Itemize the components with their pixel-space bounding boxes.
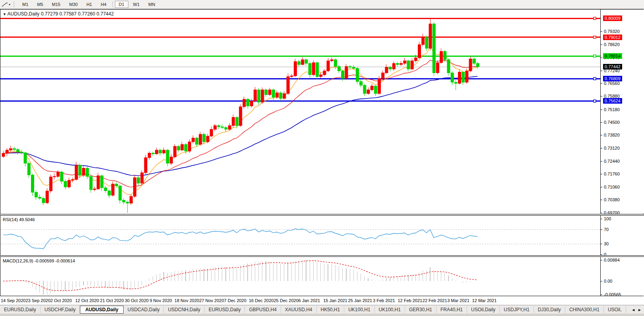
chart-tab-xauusd-h4[interactable]: XAUUSD,H4 [281, 306, 317, 313]
date-label: 14 Sep 2020 [1, 298, 25, 303]
line-studies-icon[interactable] [2, 2, 8, 7]
rsi-tick-label: 70 [604, 227, 609, 232]
macd-tick-mark [601, 281, 602, 281]
rsi-canvas[interactable] [0, 216, 600, 255]
macd-tick-mark [601, 295, 602, 295]
date-label: 2 Oct 2020 [50, 298, 72, 303]
macd-tick-label: 0.00884 [604, 258, 620, 262]
macd-axis: 0.008840.00-0.00565 [600, 257, 644, 296]
price-tick-mark [601, 44, 602, 45]
macd-canvas[interactable] [0, 257, 600, 296]
candlestick-canvas[interactable] [0, 10, 600, 214]
price-tick-label: 0.73820 [604, 133, 620, 137]
price-tick-label: 0.75180 [604, 107, 620, 112]
date-label: 12 Feb 2021 [398, 298, 422, 303]
hline-price-badge: 0.75624 [603, 98, 622, 104]
chevron-down-icon[interactable]: ▾ [9, 3, 10, 6]
date-label: 15 Jan 2021 [323, 298, 347, 303]
chart-tab-uk100-h1[interactable]: UK100,H1 [375, 306, 405, 313]
date-label: 6 Jan 2021 [299, 298, 320, 303]
macd-tick-mark [601, 260, 602, 260]
price-tick-label: 0.71760 [604, 171, 620, 176]
rsi-tick-mark [601, 254, 602, 255]
date-label: 12 Oct 2020 [75, 298, 99, 303]
tab-scroll-controls: ◄► [630, 308, 644, 312]
tab-scroll-left-icon[interactable]: ◄ [630, 308, 636, 312]
macd-panel[interactable] [0, 257, 600, 296]
timeframe-button-d1[interactable]: D1 [115, 1, 128, 8]
current-price-badge: 0.77442 [603, 64, 622, 69]
date-label: 3 Feb 2021 [373, 298, 395, 303]
rsi-label: RSI(14) 49.5046 [3, 217, 35, 222]
price-tick-label: 0.70380 [604, 197, 620, 202]
timeframe-button-w1[interactable]: W1 [129, 1, 144, 8]
tab-scroll-right-icon[interactable]: ► [636, 308, 643, 312]
price-tick-mark [601, 200, 602, 200]
chart-ohlc-values: 0.77279 0.77587 0.77260 0.77442 [41, 11, 114, 17]
date-label: 27 Nov 2020 [199, 298, 224, 303]
chart-tab-bar: EURUSD,DailyUSDCHF,DailyAUDUSD,DailyUSDC… [0, 305, 644, 314]
price-tick-label: 0.71060 [604, 185, 620, 189]
timeframe-button-m30[interactable]: M30 [65, 1, 81, 8]
chart-tab-eurusd-daily[interactable]: EURUSD,Daily [0, 306, 41, 313]
price-tick-mark [601, 161, 602, 162]
chart-tab-gbpusd-h4[interactable]: GBPUSD,H4 [245, 306, 281, 313]
chart-tab-uk100-h1[interactable]: UK100,H1 [344, 306, 374, 313]
date-label: 25 Jan 2021 [348, 298, 372, 303]
rsi-panel[interactable] [0, 216, 600, 255]
rsi-tick-mark [601, 219, 602, 219]
toolbar-drag-handle[interactable] [14, 2, 16, 7]
timeframe-toolbar: ▾ M1M5M15M30H1H4D1W1MN [0, 0, 644, 9]
hline-price-badge: 0.79012 [603, 35, 622, 40]
chart-tab-usdchf-daily[interactable]: USDCHF,Daily [41, 306, 80, 313]
mt4-terminal: ▾ M1M5M15M30H1H4D1W1MN ▼ AUDUSD,Daily 0.… [0, 0, 644, 316]
timeframe-button-mn[interactable]: MN [144, 1, 159, 8]
chart-tab-usoil-[interactable]: USOil, [604, 306, 626, 313]
chart-symbol-label: AUDUSD,Daily [8, 11, 40, 17]
chart-tab-eurusd-daily[interactable]: EURUSD,Daily [205, 306, 245, 313]
timeframe-button-h1[interactable]: H1 [82, 1, 96, 8]
chart-tab-usdjpy-h1[interactable]: USDJPY,H1 [500, 306, 533, 313]
rsi-tick-mark [601, 229, 602, 230]
hline-price-badge: 0.76809 [603, 76, 622, 81]
main-chart-plot[interactable] [0, 10, 600, 214]
chart-tab-audusd-daily[interactable]: AUDUSD,Daily [80, 306, 123, 314]
date-label: 3 Mar 2021 [447, 298, 469, 303]
rsi-tick-mark [601, 244, 602, 244]
date-label: 16 Dec 2020 [249, 298, 274, 303]
hline-price-badge: 0.78014 [603, 53, 622, 59]
chart-title: ▼ AUDUSD,Daily 0.77279 0.77587 0.77260 0… [3, 11, 114, 17]
chart-tab-china300-h1[interactable]: CHINA300,H1 [565, 306, 604, 313]
date-label: 9 Nov 2020 [149, 298, 172, 303]
timeframe-button-h4[interactable]: H4 [97, 1, 110, 8]
timeframe-button-m1[interactable]: M1 [18, 1, 32, 8]
price-tick-mark [601, 58, 602, 58]
chart-tab-usoil-daily[interactable]: USOil,Daily [467, 306, 500, 313]
price-tick-mark [601, 148, 602, 148]
timeframe-button-m5[interactable]: M5 [33, 1, 47, 8]
price-tick-label: 0.78620 [604, 42, 620, 47]
price-tick-mark [601, 83, 602, 84]
chart-tab-usdcnh-daily[interactable]: USDCNH,Daily [164, 306, 204, 313]
price-tick-mark [601, 187, 602, 187]
date-label: 21 Oct 2020 [100, 298, 124, 303]
price-tick-mark [601, 174, 602, 174]
chart-tab-hk50-h1[interactable]: HK50,H1 [317, 306, 345, 313]
price-tick-label: 0.74500 [604, 120, 620, 125]
price-tick-label: 0.72440 [604, 159, 620, 164]
price-tick-label: 0.76560 [604, 81, 620, 86]
timeframe-button-m15[interactable]: M15 [48, 1, 64, 8]
price-tick-mark [601, 96, 602, 96]
chart-tab-fra40-h1[interactable]: FRA40,H1 [436, 306, 467, 313]
price-tick-mark [601, 213, 602, 213]
symbol-menu-caret-icon[interactable]: ▼ [3, 12, 6, 16]
chart-tab-dj30-daily[interactable]: DJ30,Daily [534, 306, 565, 313]
price-tick-mark [601, 122, 602, 123]
toolbar-separator [113, 1, 113, 8]
macd-label: MACD(12,26,9) -0.000599 -0.000614 [3, 258, 75, 263]
chart-tab-ger30-h1[interactable]: GER30,H1 [405, 306, 436, 313]
timeframe-buttons: M1M5M15M30H1H4D1W1MN [18, 0, 159, 9]
chart-tab-usdcad-daily[interactable]: USDCAD,Daily [124, 306, 164, 313]
date-label: 7 Dec 2020 [224, 298, 246, 303]
date-label: 25 Dec 2020 [274, 298, 298, 303]
